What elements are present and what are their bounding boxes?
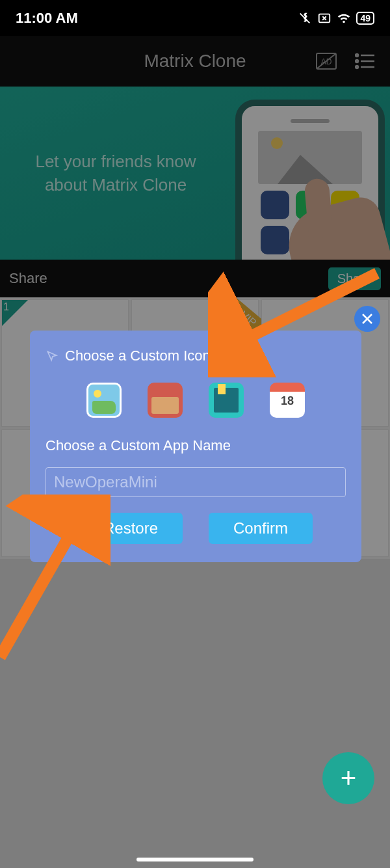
status-icons: 49 — [298, 11, 374, 25]
icon-options — [46, 383, 346, 418]
home-indicator[interactable] — [136, 858, 254, 861]
icon-option-calendar[interactable] — [270, 383, 305, 418]
cursor-icon — [46, 349, 58, 362]
app-name-input[interactable] — [46, 467, 346, 497]
status-time: 11:00 AM — [16, 10, 78, 27]
close-box-icon — [317, 11, 332, 25]
modal-icon-heading: Choose a Custom Icon — [65, 347, 211, 364]
vibrate-icon — [298, 11, 312, 25]
battery-indicator: 49 — [356, 12, 374, 25]
confirm-button[interactable]: Confirm — [209, 513, 313, 544]
modal-name-heading: Choose a Custom App Name — [46, 437, 346, 454]
icon-option-gallery[interactable] — [86, 383, 122, 418]
icon-option-notebook[interactable] — [209, 383, 244, 418]
svg-line-14 — [0, 521, 78, 657]
annotation-arrow-2 — [0, 495, 110, 664]
annotation-arrow-1 — [208, 260, 390, 377]
status-bar: 11:00 AM 49 — [0, 0, 390, 36]
fab-add-button[interactable]: + — [322, 752, 374, 804]
icon-option-wallet[interactable] — [148, 383, 183, 418]
svg-line-13 — [234, 273, 377, 345]
wifi-icon — [337, 11, 351, 25]
